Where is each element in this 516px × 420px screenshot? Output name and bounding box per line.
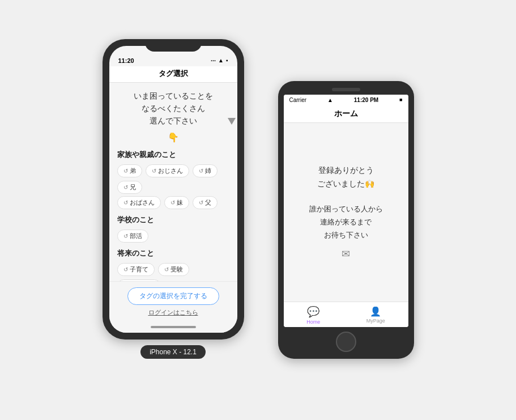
tag-label: 子育て [130, 265, 148, 274]
section-school: 学校のこと ↺部活 [117, 215, 229, 243]
se-status-bar: Carrier ▲ 11:20 PM ■ [284, 95, 408, 105]
iphone-x-home-bar [109, 321, 237, 333]
family-tags-row2: ↺おばさん ↺妹 ↺父 [117, 196, 229, 209]
status-right-icons: ··· ▲ ▪ [211, 57, 228, 64]
se-status-right: ■ [399, 97, 402, 103]
se-time: 11:20 PM [354, 97, 378, 103]
section-family-title: 家族や親戚のこと [117, 150, 229, 160]
section-family: 家族や親戚のこと ↺弟 ↺おじさん ↺姉 ↺兄 ↺おばさん ↺妹 ↺父 [117, 150, 229, 209]
section-school-title: 学校のこと [117, 215, 229, 225]
tag-label: 受験 [170, 265, 183, 274]
home-indicator [151, 326, 196, 328]
family-tags-row1: ↺弟 ↺おじさん ↺姉 ↺兄 [117, 164, 229, 194]
device-label: iPhone X - 12.1 [140, 345, 206, 359]
mypage-user-icon: 👤 [370, 306, 381, 317]
iphone-x-screen: 11:20 ··· ▲ ▪ タグ選択 いま困っていることをなるべくたくさん選んで… [109, 46, 237, 333]
tag-label: 父 [205, 198, 211, 207]
tag-label: 部活 [130, 232, 142, 240]
refresh-icon: ↺ [164, 266, 169, 273]
se-nav-title: ホーム [334, 109, 358, 118]
tag-chip[interactable]: ↺父 [193, 196, 218, 209]
tag-label: 姉 [205, 167, 211, 175]
tag-label: おじさん [158, 167, 183, 175]
tag-label: 弟 [130, 167, 136, 175]
hero-text: いま困っていることをなるべくたくさん選んで下さい [117, 90, 229, 128]
school-tags-row: ↺部活 [117, 230, 229, 243]
tag-chip[interactable]: ↺子育て [117, 263, 155, 276]
section-future-title: 将来のこと [117, 248, 229, 258]
se-nav-bar: ホーム [284, 105, 408, 123]
se-tab-bar: 💬 Home 👤 MyPage [284, 302, 408, 327]
iphone-x-notch [145, 39, 202, 52]
refresh-icon: ↺ [123, 184, 128, 190]
se-wifi-icon: ▲ [327, 97, 333, 103]
refresh-icon: ↺ [123, 200, 128, 206]
section-future: 将来のこと ↺子育て ↺受験 ↺就職活動 ↺結婚 [117, 248, 229, 281]
tag-chip[interactable]: ↺おじさん [146, 164, 189, 177]
tag-label: 妹 [177, 198, 183, 207]
refresh-icon: ↺ [123, 233, 128, 239]
tab-home-label: Home [306, 319, 320, 325]
se-wait-text: 誰か困っている人から連絡が来るまでお待ち下さい [309, 202, 383, 242]
se-battery-icon: ■ [399, 97, 402, 103]
wifi-icon: ▲ [218, 57, 224, 63]
refresh-icon: ↺ [199, 168, 203, 174]
tag-label: 兄 [130, 183, 136, 192]
home-chat-icon: 💬 [307, 306, 319, 318]
tab-mypage[interactable]: 👤 MyPage [366, 306, 385, 324]
se-home-button[interactable] [336, 332, 356, 352]
tag-chip[interactable]: ↺兄 [117, 181, 142, 194]
status-time: 11:20 [118, 57, 134, 64]
future-tags-row1: ↺子育て ↺受験 ↺就職活動 [117, 263, 229, 281]
se-speaker [332, 88, 360, 91]
se-thanks-text: 登録ありがとうございました🙌 [317, 164, 374, 191]
iphone-x-footer: タグの選択を完了する ログインはこちら [109, 281, 237, 321]
refresh-icon: ↺ [170, 200, 175, 206]
dots-icon: ··· [211, 57, 216, 64]
refresh-icon: ↺ [123, 168, 128, 174]
phones-container: 11:20 ··· ▲ ▪ タグ選択 いま困っていることをなるべくたくさん選んで… [103, 39, 414, 381]
refresh-icon: ↺ [123, 266, 128, 273]
tag-label: おばさん [130, 198, 155, 207]
refresh-icon: ↺ [199, 200, 203, 206]
login-link[interactable]: ログインはこちら [148, 308, 198, 317]
se-carrier: Carrier [289, 97, 307, 103]
iphone-x-nav-title: タグ選択 [159, 69, 188, 78]
iphone-x-scroll-content[interactable]: いま困っていることをなるべくたくさん選んで下さい 👇 家族や親戚のこと ↺弟 ↺… [109, 83, 237, 281]
tab-home[interactable]: 💬 Home [306, 306, 320, 325]
tag-chip[interactable]: ↺妹 [164, 196, 189, 209]
iphone-x-nav-bar: タグ選択 [109, 66, 237, 83]
iphone-x-device: 11:20 ··· ▲ ▪ タグ選択 いま困っていることをなるべくたくさん選んで… [103, 39, 244, 340]
hero-emoji: 👇 [117, 132, 229, 143]
refresh-icon: ↺ [152, 168, 156, 174]
tag-chip[interactable]: ↺おばさん [117, 196, 161, 209]
iphone-x-wrapper: 11:20 ··· ▲ ▪ タグ選択 いま困っていることをなるべくたくさん選んで… [103, 39, 244, 359]
tag-chip[interactable]: ↺姉 [193, 164, 218, 177]
iphone-se-screen: Carrier ▲ 11:20 PM ■ ホーム 登録ありがとうございました🙌 … [284, 95, 408, 327]
tag-chip[interactable]: ↺弟 [117, 164, 142, 177]
iphone-x-status-bar: 11:20 ··· ▲ ▪ [109, 53, 237, 66]
tab-mypage-label: MyPage [366, 318, 385, 324]
tag-chip[interactable]: ↺受験 [158, 263, 189, 276]
battery-icon: ▪ [226, 57, 228, 63]
tag-chip[interactable]: ↺部活 [117, 230, 148, 243]
iphone-se-device: Carrier ▲ 11:20 PM ■ ホーム 登録ありがとうございました🙌 … [278, 81, 414, 359]
se-main-content: 登録ありがとうございました🙌 誰か困っている人から連絡が来るまでお待ち下さい ✉ [284, 123, 408, 302]
mail-icon: ✉ [342, 248, 350, 260]
complete-tags-button[interactable]: タグの選択を完了する [127, 287, 219, 305]
